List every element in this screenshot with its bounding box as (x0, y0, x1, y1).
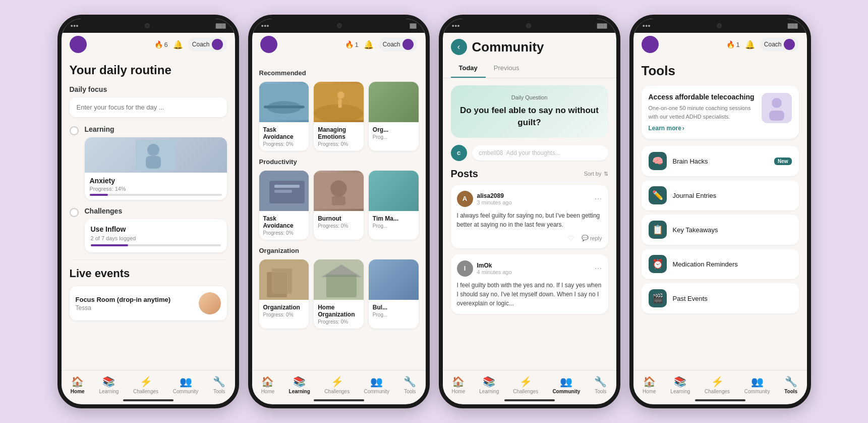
homeorg-img (314, 259, 364, 300)
nav-home-1[interactable]: 🏠 Home (67, 375, 89, 395)
bell-icon-4[interactable]: 🔔 (745, 40, 755, 49)
nav-home-3[interactable]: 🏠 Home (448, 375, 470, 395)
journal-icon-box: ✏️ (649, 186, 667, 204)
brain-hacks-icon-box: 🧠 (649, 152, 667, 170)
focus-input[interactable] (70, 97, 227, 117)
coach-badge-2[interactable]: Coach (379, 37, 418, 51)
nav-challenges-3[interactable]: ⚡ Challenges (509, 375, 542, 395)
post-text-1: I always feel guilty for saying no, but … (457, 211, 602, 229)
video-icon: 🎬 (652, 293, 663, 304)
tool-medication-reminders[interactable]: ⏰ Medication Reminders (642, 249, 799, 279)
nav-tools-4[interactable]: 🔧 Tools (780, 375, 801, 395)
nav-community-1[interactable]: 👥 Community (169, 375, 203, 395)
nav-home-label-4: Home (643, 389, 656, 394)
daily-question-text: Do you feel able to say no without guilt… (460, 104, 599, 129)
coach-badge-4[interactable]: Coach (760, 37, 799, 51)
comment-placeholder: Add your thoughts... (506, 149, 560, 156)
nav-home-2[interactable]: 🏠 Home (257, 375, 279, 395)
learn-card-task-prod[interactable]: Task Avoidance Progress: 0% (259, 171, 309, 240)
home-icon-2: 🏠 (261, 376, 274, 388)
nav-home-4[interactable]: 🏠 Home (639, 375, 660, 395)
battery-3: ▓▓▓ (597, 23, 607, 28)
coach-label-2: Coach (383, 41, 400, 48)
bul-prog: Prog... (373, 312, 415, 318)
bell-icon-1[interactable]: 🔔 (173, 40, 183, 49)
org-row: Organization Progress: 0% Home Organizat… (259, 259, 419, 329)
learn-card-task-avoid[interactable]: Task Avoidance Progress: 0% (259, 82, 309, 151)
post-menu-2[interactable]: ··· (594, 263, 602, 274)
coach-card[interactable]: Access affordable telecoaching One-on-on… (642, 86, 799, 139)
tool-key-takeaways[interactable]: 📋 Key Takeaways (642, 215, 799, 245)
tab-today[interactable]: Today (451, 59, 486, 78)
coach-card-desc: One-on-one 50 minute coaching sessions w… (649, 104, 757, 121)
nav-tools-2[interactable]: 🔧 Tools (399, 375, 420, 395)
brain-hacks-name: Brain Hacks (673, 157, 768, 165)
tool-journal-entries[interactable]: ✏️ Journal Entries (642, 180, 799, 210)
reply-action-1[interactable]: 💬 reply (582, 235, 602, 241)
nav-challenges-2[interactable]: ⚡ Challenges (320, 375, 354, 395)
phone-4: ●●● ▓▓▓ 🔥 1 🔔 Coach Tools Access afforda… (629, 15, 811, 408)
nav-tools-label-1: Tools (213, 389, 225, 394)
post-initial-1: A (462, 195, 467, 202)
nav-learning-4[interactable]: 📚 Learning (666, 375, 694, 395)
comment-input[interactable]: cmbell08 Add your thoughts... (472, 145, 608, 161)
learn-more-text: Learn more (649, 125, 681, 132)
learn-card-managing-emotions[interactable]: Managing Emotions Progress: 0% (314, 82, 364, 151)
tab-previous[interactable]: Previous (486, 59, 528, 78)
tools-title: Tools (642, 63, 799, 79)
post-menu-1[interactable]: ··· (594, 193, 602, 204)
time-title: Tim Ma... (373, 215, 415, 222)
learning-card-1[interactable]: Anxiety Progress: 14% (85, 137, 227, 200)
learn-card-org[interactable]: Organization Progress: 0% (259, 259, 309, 329)
learn-card-homeorg[interactable]: Home Organization Progress: 0% (314, 259, 364, 329)
heart-icon-1[interactable]: ♡ (568, 234, 574, 242)
anxiety-progress-fill (90, 194, 108, 196)
tools-icon-3: 🔧 (594, 376, 607, 388)
org-img (259, 259, 309, 300)
learn-card-bul[interactable]: Bul... Prog... (369, 259, 419, 329)
nav-challenges-1[interactable]: ⚡ Challenges (129, 375, 162, 395)
svg-rect-16 (332, 196, 345, 205)
medication-reminders-name: Medication Reminders (673, 260, 792, 268)
post-time-2: 4 minutes ago (477, 269, 512, 275)
community-header: ‹ Community (443, 33, 616, 59)
svg-point-8 (337, 91, 344, 98)
status-bar-4: 🔥 1 🔔 Coach (633, 33, 807, 55)
tool-past-events[interactable]: 🎬 Past Events (642, 283, 799, 313)
home-icon-3: 🏠 (452, 376, 465, 388)
nav-community-3[interactable]: 👥 Community (548, 375, 584, 395)
org-rec-img (369, 82, 419, 122)
challenge-card-1[interactable]: Use Inflow 2 of 7 days logged (85, 219, 227, 252)
nav-tools-3[interactable]: 🔧 Tools (590, 375, 611, 395)
nav-learning-2[interactable]: 📚 Learning (285, 375, 314, 395)
tool-brain-hacks[interactable]: 🧠 Brain Hacks New (642, 146, 799, 176)
post-username-2: ImOk (477, 262, 512, 269)
nav-community-4[interactable]: 👥 Community (740, 375, 774, 395)
timeline-dot-2 (70, 208, 79, 217)
learning-icon-4: 📚 (674, 376, 686, 388)
nav-challenges-4[interactable]: ⚡ Challenges (701, 375, 734, 395)
event-card-1[interactable]: Focus Room (drop-in anytime) Tessa (70, 286, 227, 321)
learn-more-link[interactable]: Learn more › (649, 125, 757, 132)
coach-badge-1[interactable]: Coach (188, 37, 227, 51)
nav-challenges-label-1: Challenges (133, 389, 158, 394)
learn-card-burnout[interactable]: Burnout Progress: 0% (314, 171, 364, 240)
back-button[interactable]: ‹ (451, 39, 467, 55)
bell-icon-2[interactable]: 🔔 (364, 40, 374, 49)
bottom-nav-1: 🏠 Home 📚 Learning ⚡ Challenges 👥 Communi… (62, 370, 235, 397)
org-label: Organization (259, 247, 419, 254)
nav-learning-3[interactable]: 📚 Learning (475, 375, 503, 395)
nav-tools-1[interactable]: 🔧 Tools (209, 375, 229, 395)
svg-point-15 (330, 180, 346, 196)
sort-row[interactable]: Sort by ⇅ (584, 171, 608, 177)
nav-learning-1[interactable]: 📚 Learning (95, 375, 123, 395)
nav-community-label-3: Community (552, 389, 580, 394)
svg-rect-9 (338, 99, 342, 108)
learn-card-time[interactable]: Tim Ma... Prog... (369, 171, 419, 240)
daily-question-card: Daily Question Do you feel able to say n… (451, 85, 608, 138)
learn-card-org-rec[interactable]: Org... Prog... (369, 82, 419, 151)
phone-bar-3: ●●● ▓▓▓ (443, 19, 616, 33)
key-takeaways-name: Key Takeaways (673, 226, 792, 234)
nav-community-2[interactable]: 👥 Community (360, 375, 393, 395)
tab-bar: Today Previous (443, 59, 616, 78)
